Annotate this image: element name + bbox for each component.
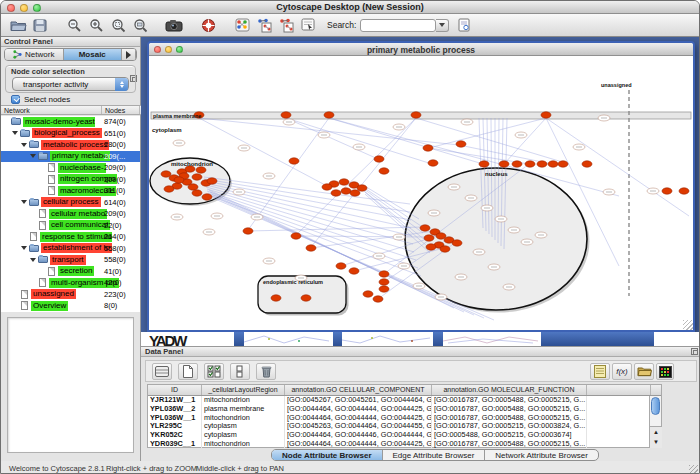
expand-arrow-icon[interactable] bbox=[30, 154, 36, 161]
search-input[interactable] bbox=[360, 19, 436, 32]
table-column-header[interactable]: ID bbox=[148, 385, 202, 395]
table-cell[interactable] bbox=[587, 414, 651, 423]
network-node[interactable] bbox=[411, 112, 421, 118]
tree-row-label[interactable]: unassigned bbox=[31, 289, 76, 299]
network-node[interactable] bbox=[301, 295, 311, 301]
table-cell[interactable]: [GO:0045263, GO:0044464, GO:0044455, G..… bbox=[285, 422, 432, 431]
scroll-down-icon[interactable]: ▼ bbox=[650, 437, 662, 447]
network-node[interactable] bbox=[499, 161, 509, 167]
tree-row[interactable]: transport558(0) bbox=[1, 254, 140, 266]
table-column-header[interactable]: annotation.GO MOLECULAR_FUNCTION bbox=[432, 385, 587, 395]
network-window-titlebar[interactable]: primary metabolic process bbox=[149, 43, 693, 56]
network-node[interactable] bbox=[440, 246, 450, 252]
zoom-selected-icon[interactable] bbox=[107, 15, 129, 35]
tree-row[interactable]: primary metabo209(... bbox=[1, 151, 140, 163]
function-builder-icon[interactable]: f(x) bbox=[612, 363, 632, 380]
tree-row-label[interactable]: cellular process bbox=[41, 197, 101, 207]
unselect-attributes-icon[interactable] bbox=[230, 363, 250, 380]
table-cell[interactable]: cytoplasm bbox=[202, 422, 285, 431]
network-node[interactable] bbox=[357, 185, 367, 191]
network-node[interactable] bbox=[196, 167, 206, 173]
tree-row-label[interactable]: mosaic-demo-yeast bbox=[23, 117, 95, 127]
network-node[interactable] bbox=[679, 188, 689, 194]
tree-row-label[interactable]: primary metabo bbox=[50, 151, 110, 161]
network-node[interactable] bbox=[452, 240, 462, 246]
network-node[interactable] bbox=[424, 235, 434, 241]
tree-row[interactable]: cell communicat22(0) bbox=[1, 220, 140, 232]
expand-arrow-icon[interactable] bbox=[21, 246, 27, 253]
table-cell[interactable]: [GO:0044464, GO:0044446, GO:0044444, G..… bbox=[285, 431, 432, 440]
table-cell[interactable]: mitochondrion bbox=[202, 396, 285, 405]
network-node[interactable] bbox=[192, 190, 202, 196]
network-node[interactable] bbox=[420, 225, 430, 231]
tab-network[interactable]: Network bbox=[5, 49, 64, 60]
tree-row-label[interactable]: metabolic process bbox=[41, 140, 109, 150]
expand-arrow-icon[interactable] bbox=[30, 258, 36, 265]
network-node[interactable] bbox=[350, 190, 360, 196]
zoom-fit-icon[interactable] bbox=[129, 15, 151, 35]
tree-row-label[interactable]: biological_process bbox=[32, 128, 102, 138]
annotation-panel-icon[interactable] bbox=[590, 363, 610, 380]
table-cell[interactable]: mitochondrion bbox=[202, 414, 285, 423]
tree-row[interactable]: nitrogen compo209(0) bbox=[1, 174, 140, 186]
network-canvas[interactable]: plasma membranecytoplasmmitochondrionnuc… bbox=[149, 56, 693, 330]
table-cell[interactable] bbox=[587, 431, 651, 440]
table-column-header[interactable] bbox=[587, 385, 651, 395]
network-resize-grip[interactable] bbox=[683, 320, 693, 330]
search-dropdown-button[interactable] bbox=[436, 19, 449, 32]
tree-row[interactable]: unassigned223(0) bbox=[1, 289, 140, 301]
table-scrollbar[interactable]: ▲ ▼ bbox=[649, 396, 661, 448]
table-row[interactable]: YPL036W__2plasma membrane[GO:0044464, GO… bbox=[148, 405, 661, 414]
data-panel-float-icon[interactable] bbox=[691, 348, 698, 355]
table-cell[interactable]: [GO:0016787, GO:0005488, GO:0005215, G..… bbox=[432, 414, 587, 423]
tree-row[interactable]: establishment of lo558(0) bbox=[1, 243, 140, 255]
network-node[interactable] bbox=[281, 112, 291, 118]
network-node[interactable] bbox=[349, 268, 359, 274]
table-cell[interactable] bbox=[587, 396, 651, 405]
tree-row-label[interactable]: secretion bbox=[58, 266, 94, 276]
scroll-up-icon[interactable]: ▲ bbox=[650, 427, 662, 437]
expand-arrow-icon[interactable] bbox=[21, 143, 27, 150]
table-cell[interactable]: YJR121W__1 bbox=[148, 396, 202, 405]
scrollbar-thumb[interactable] bbox=[651, 397, 660, 415]
table-icon[interactable] bbox=[152, 363, 172, 380]
table-cell[interactable]: [GO:0016787, GO:0005488, GO:0005215, G..… bbox=[432, 405, 587, 414]
tree-row[interactable]: biological_process651(0) bbox=[1, 128, 140, 140]
network-node[interactable] bbox=[202, 194, 212, 200]
network-node[interactable] bbox=[456, 141, 466, 147]
network-node[interactable] bbox=[174, 177, 184, 183]
network-node[interactable] bbox=[188, 184, 198, 190]
network-node[interactable] bbox=[525, 161, 535, 167]
network-node[interactable] bbox=[428, 160, 438, 166]
table-column-header[interactable]: _cellularLayoutRegion bbox=[202, 385, 285, 395]
tree-row[interactable]: cellular metabo209(0) bbox=[1, 208, 140, 220]
select-nodes-checkbox[interactable] bbox=[11, 95, 20, 104]
table-cell[interactable]: [GO:0044464, GO:0044444, GO:0044425, G..… bbox=[285, 440, 432, 449]
table-row[interactable]: YDR039C__1mitochondrion[GO:0044464, GO:0… bbox=[148, 440, 661, 449]
vizmapper-icon[interactable] bbox=[231, 15, 253, 35]
network-node[interactable] bbox=[336, 263, 346, 269]
table-column-header[interactable]: annotation.GO CELLULAR_COMPONENT bbox=[285, 385, 432, 395]
network-node[interactable] bbox=[271, 295, 281, 301]
tree-row-label[interactable]: establishment of lo bbox=[41, 243, 112, 253]
tree-row-label[interactable]: response to stimulu bbox=[40, 232, 112, 242]
tab-network-attribute-browser[interactable]: Network Attribute Browser bbox=[485, 450, 597, 460]
snapshot-camera-icon[interactable] bbox=[163, 15, 185, 35]
network-node[interactable] bbox=[374, 156, 384, 162]
table-cell[interactable]: [GO:0045267, GO:0045261, GO:0044464, G..… bbox=[285, 396, 432, 405]
tree-row-label[interactable]: Overview bbox=[31, 301, 68, 311]
matrix-icon[interactable] bbox=[656, 363, 674, 380]
network-node[interactable] bbox=[164, 186, 174, 192]
network-node[interactable] bbox=[379, 168, 389, 174]
network-node[interactable] bbox=[192, 174, 202, 180]
table-cell[interactable]: mitochondrion bbox=[202, 440, 285, 449]
table-cell[interactable] bbox=[587, 405, 651, 414]
network-node[interactable] bbox=[363, 291, 373, 297]
select-attributes-icon[interactable] bbox=[204, 363, 224, 380]
annotation-cursor-icon[interactable] bbox=[297, 15, 319, 35]
network-node[interactable] bbox=[243, 228, 253, 234]
new-network-selection-blue-icon[interactable] bbox=[253, 15, 275, 35]
tab-edge-attribute-browser[interactable]: Edge Attribute Browser bbox=[383, 450, 486, 460]
tree-row-label[interactable]: nucleobase- bbox=[58, 163, 106, 173]
network-node[interactable] bbox=[341, 188, 351, 194]
